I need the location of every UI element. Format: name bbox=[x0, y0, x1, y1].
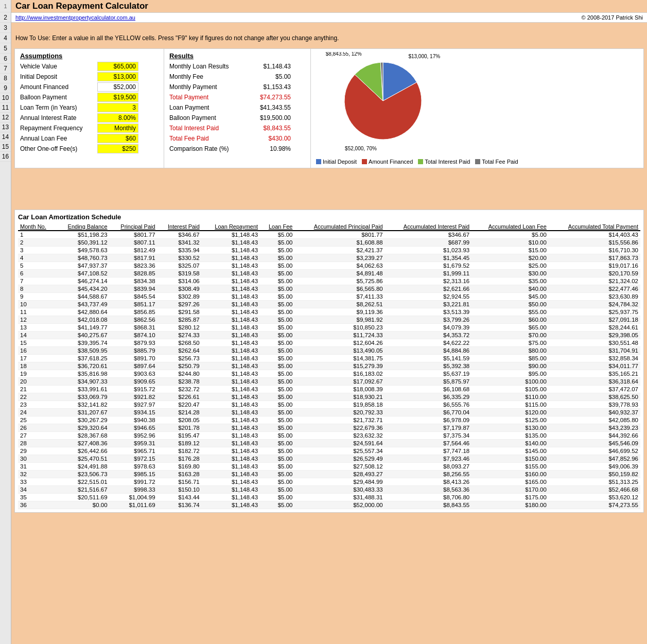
assumption-value[interactable]: $60 bbox=[97, 134, 138, 143]
table-row: 11$42,880.64$856.85$291.58$1,148.43$5.00… bbox=[18, 308, 640, 316]
amort-col-header: Loan Fee bbox=[260, 223, 294, 231]
table-cell: $75.00 bbox=[471, 339, 549, 347]
table-cell: $262.64 bbox=[158, 347, 202, 355]
table-cell: $3,239.27 bbox=[294, 254, 384, 262]
table-cell: $1,148.43 bbox=[202, 308, 260, 316]
table-cell: $51,198.23 bbox=[56, 231, 110, 239]
table-cell: 15 bbox=[18, 339, 56, 347]
table-row: 4$48,760.73$817.91$330.52$1,148.43$5.00$… bbox=[18, 254, 640, 262]
table-cell: $48,760.73 bbox=[56, 254, 110, 262]
table-cell: $1,148.43 bbox=[202, 501, 260, 509]
result-value: $1,148.43 bbox=[252, 63, 293, 70]
table-cell: $5.00 bbox=[260, 393, 294, 401]
table-cell: $60.00 bbox=[471, 316, 549, 324]
amort-title: Car Loan Amortization Schedule bbox=[18, 213, 640, 221]
table-cell: $13,490.05 bbox=[294, 347, 384, 355]
table-cell: $36,318.64 bbox=[549, 378, 640, 386]
assumption-value[interactable]: 3 bbox=[97, 103, 138, 112]
table-cell: 9 bbox=[18, 293, 56, 301]
row-num-12: 12 bbox=[0, 113, 11, 123]
table-cell: $8,413.26 bbox=[385, 478, 472, 486]
table-cell: $22,515.01 bbox=[56, 478, 110, 486]
table-cell: $5.00 bbox=[260, 239, 294, 247]
amort-section: Car Loan Amortization Schedule Month No.… bbox=[14, 210, 644, 513]
table-cell: $1,148.43 bbox=[202, 463, 260, 471]
results-title: Results bbox=[169, 52, 305, 60]
amort-table: Month No.Ending BalancePrincipal PaidInt… bbox=[18, 223, 640, 509]
table-cell: $163.28 bbox=[158, 471, 202, 478]
table-cell: $6,555.76 bbox=[385, 401, 472, 409]
table-cell: $182.72 bbox=[158, 447, 202, 455]
assumption-value[interactable]: $65,000 bbox=[97, 62, 138, 71]
table-cell: 11 bbox=[18, 308, 56, 316]
table-cell: $1,148.43 bbox=[202, 393, 260, 401]
amort-col-header: Accumulated Interest Paid bbox=[385, 223, 472, 231]
result-row: Total Fee Paid$430.00 bbox=[169, 133, 305, 143]
legend-item: Total Fee Paid bbox=[475, 159, 518, 165]
table-cell: $250.79 bbox=[158, 362, 202, 370]
legend-label: Initial Deposit bbox=[323, 159, 357, 165]
table-cell: $120.00 bbox=[471, 409, 549, 416]
result-value: $41,343.55 bbox=[252, 104, 293, 111]
table-cell: $985.15 bbox=[110, 471, 158, 478]
table-cell: 4 bbox=[18, 254, 56, 262]
table-cell: $959.31 bbox=[110, 440, 158, 447]
table-row: 16$38,509.95$885.79$262.64$1,148.43$5.00… bbox=[18, 347, 640, 355]
result-label: Monthly Loan Results bbox=[169, 63, 252, 70]
table-cell: $9,981.92 bbox=[294, 316, 384, 324]
table-row: 14$40,275.67$874.10$274.33$1,148.43$5.00… bbox=[18, 332, 640, 339]
table-cell: $100.00 bbox=[471, 378, 549, 386]
table-cell: $40.00 bbox=[471, 285, 549, 293]
table-cell: $43,737.49 bbox=[56, 301, 110, 308]
table-cell: $1,148.43 bbox=[202, 262, 260, 270]
row-num-9: 9 bbox=[0, 83, 11, 93]
amort-col-header: Interest Paid bbox=[158, 223, 202, 231]
table-cell: $1,148.43 bbox=[202, 416, 260, 424]
table-cell: $52,466.68 bbox=[549, 486, 640, 494]
table-cell: $16,710.30 bbox=[549, 247, 640, 254]
table-cell: $346.67 bbox=[158, 231, 202, 239]
table-cell: $5.00 bbox=[260, 416, 294, 424]
table-cell: $38,509.95 bbox=[56, 347, 110, 355]
assumption-value[interactable]: $250 bbox=[97, 144, 138, 153]
table-cell: $8,843.55 bbox=[385, 501, 472, 509]
table-cell: $314.06 bbox=[158, 277, 202, 285]
table-cell: $828.85 bbox=[110, 270, 158, 277]
table-cell: $208.05 bbox=[158, 416, 202, 424]
amort-col-header: Accumulated Loan Fee bbox=[471, 223, 549, 231]
assumption-value[interactable]: Monthly bbox=[97, 124, 138, 133]
assumption-value[interactable]: 8.00% bbox=[97, 113, 138, 123]
table-cell: $1,148.43 bbox=[202, 447, 260, 455]
table-cell: $150.10 bbox=[158, 486, 202, 494]
table-cell: $4,062.63 bbox=[294, 262, 384, 270]
result-row: Monthly Payment$1,153.43 bbox=[169, 82, 305, 92]
table-cell: $325.07 bbox=[158, 262, 202, 270]
assumption-row: Other One-off Fee(s)$250 bbox=[20, 144, 159, 153]
assumption-value[interactable]: $13,000 bbox=[97, 72, 138, 81]
results-rows: Monthly Loan Results$1,148.43Monthly Fee… bbox=[169, 61, 305, 153]
table-cell: $6,978.09 bbox=[385, 416, 472, 424]
table-cell: $110.00 bbox=[471, 393, 549, 401]
row-num-5: 5 bbox=[0, 43, 11, 54]
table-cell: $972.15 bbox=[110, 455, 158, 463]
table-cell: $22,477.46 bbox=[549, 285, 640, 293]
assumption-value[interactable]: $19,500 bbox=[97, 93, 138, 102]
amort-body: 1$51,198.23$801.77$346.67$1,148.43$5.00$… bbox=[18, 231, 640, 509]
table-cell: 24 bbox=[18, 409, 56, 416]
table-cell: $156.71 bbox=[158, 478, 202, 486]
table-cell: $16,183.02 bbox=[294, 370, 384, 378]
table-cell: $105.00 bbox=[471, 386, 549, 393]
table-cell: $5.00 bbox=[260, 293, 294, 301]
table-cell: $201.78 bbox=[158, 424, 202, 432]
assumption-label: Other One-off Fee(s) bbox=[20, 145, 97, 152]
table-cell: $1,999.11 bbox=[385, 270, 472, 277]
table-cell: $47,852.96 bbox=[549, 455, 640, 463]
table-cell: $2,621.66 bbox=[385, 285, 472, 293]
table-cell: 27 bbox=[18, 432, 56, 440]
row-num-15: 15 bbox=[0, 142, 11, 152]
url-link[interactable]: http://www.investmentpropertycalculator.… bbox=[15, 14, 135, 21]
table-cell: $27,408.36 bbox=[56, 440, 110, 447]
table-cell: $1,354.45 bbox=[385, 254, 472, 262]
table-cell: $180.00 bbox=[471, 501, 549, 509]
table-cell: $2,421.37 bbox=[294, 247, 384, 254]
